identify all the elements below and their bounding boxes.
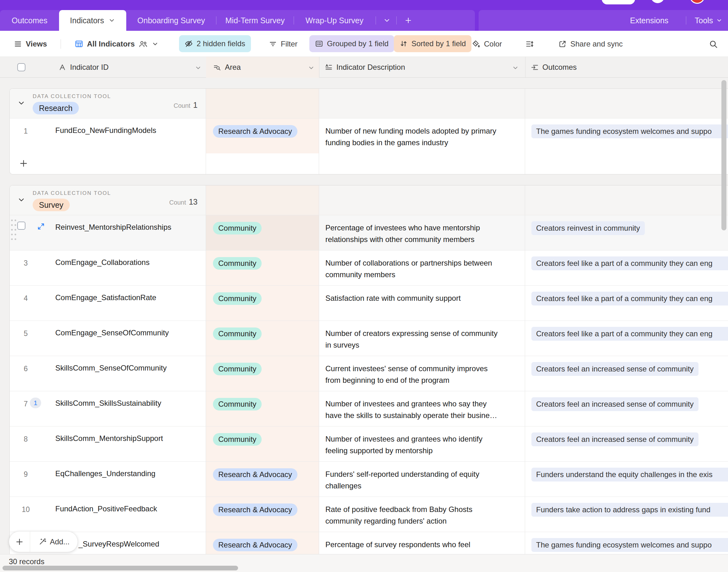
add-with-ai-button[interactable]: Add... <box>30 538 78 546</box>
cell-indicator-description[interactable]: Funders' self-reported understanding of … <box>319 462 525 497</box>
cell-outcomes[interactable]: The games funding ecosystem welcomes and… <box>525 119 728 153</box>
search-button[interactable] <box>709 31 718 57</box>
table-row[interactable]: 71 SkillsComm_SkillsSustainability Commu… <box>10 391 728 426</box>
table-row[interactable]: 8 SkillsComm_MentorshipSupport Community… <box>10 426 728 461</box>
comment-count-badge[interactable]: 1 <box>30 398 41 408</box>
table-row[interactable]: 9 EqChallenges_Understanding Research & … <box>10 461 728 497</box>
vertical-scrollbar[interactable] <box>721 80 726 230</box>
cell-indicator-description[interactable]: Number of investees and grantees who ide… <box>319 426 525 461</box>
column-header-indicator-id[interactable]: Indicator ID <box>59 57 109 78</box>
cell-indicator-id[interactable]: 1 FundEco_NewFundingModels <box>10 119 206 153</box>
table-row[interactable]: Reinvest_MentorshipRelationships Communi… <box>10 215 728 250</box>
cell-outcomes[interactable]: Creators feel like a part of a community… <box>525 251 728 285</box>
cell-indicator-description[interactable]: Satisfaction rate with community support <box>319 286 525 320</box>
add-table-plus-icon[interactable] <box>400 10 417 31</box>
indicator-id-value: SkillsComm_SkillsSustainability <box>55 399 161 408</box>
plus-icon[interactable] <box>18 158 28 168</box>
cell-indicator-description[interactable]: Percentage of survey respondents who fee… <box>319 532 525 554</box>
cell-outcomes[interactable]: Funders understand the equity challenges… <box>525 462 728 497</box>
cell-indicator-id[interactable]: 6 SkillsComm_SenseOfCommunity <box>10 356 206 391</box>
tab-wrap-up-survey[interactable]: Wrap-Up Survey <box>294 10 375 31</box>
color-button[interactable]: Color <box>472 31 502 57</box>
tab-mid-term-survey[interactable]: Mid-Term Survey <box>216 10 294 31</box>
cell-outcomes[interactable]: Creators reinvest in community <box>525 215 728 250</box>
cell-area[interactable]: Community <box>206 215 319 250</box>
tab-indicators[interactable]: Indicators <box>59 10 126 31</box>
cell-area[interactable]: Research & Advocacy <box>206 119 319 153</box>
horizontal-scrollbar[interactable] <box>3 566 238 570</box>
row-checkbox[interactable] <box>17 222 25 230</box>
cell-area[interactable]: Community <box>206 251 319 285</box>
cell-indicator-id[interactable]: 71 SkillsComm_SkillsSustainability <box>10 391 206 426</box>
view-switcher[interactable]: All Indicators <box>75 31 159 57</box>
cell-indicator-id[interactable]: 5 ComEngage_SenseOfCommunity <box>10 321 206 356</box>
group-icon <box>315 40 323 48</box>
drag-handle-icon[interactable] <box>10 218 17 241</box>
column-header-area[interactable]: Area <box>206 57 319 78</box>
add-row-in-group[interactable] <box>10 153 728 174</box>
expand-record-icon[interactable] <box>37 222 45 231</box>
avatar[interactable] <box>690 0 705 4</box>
tab-outcomes[interactable]: Outcomes <box>0 10 59 31</box>
topbar-button-sliver[interactable] <box>602 0 635 4</box>
grouped-button[interactable]: Grouped by 1 field <box>309 35 394 52</box>
cell-outcomes[interactable]: Creators feel like a part of a community… <box>525 286 728 320</box>
add-record-button[interactable] <box>9 537 30 547</box>
tab-onboarding-survey[interactable]: Onboarding Survey <box>126 10 216 31</box>
row-height-button[interactable] <box>525 31 534 57</box>
cell-indicator-id[interactable]: 3 ComEngage_Collaborations <box>10 251 206 285</box>
collapse-group-chevron-icon[interactable] <box>17 99 25 107</box>
cell-outcomes[interactable]: Creators feel an increased sense of comm… <box>525 426 728 461</box>
chevron-down-icon[interactable] <box>512 64 519 71</box>
cell-indicator-id[interactable]: 9 EqChallenges_Understanding <box>10 462 206 497</box>
cell-indicator-description[interactable]: Number of collaborations or partnerships… <box>319 251 525 285</box>
sorted-button[interactable]: Sorted by 1 field <box>394 35 471 52</box>
cell-area[interactable]: Community <box>206 391 319 426</box>
cell-outcomes[interactable]: Creators feel an increased sense of comm… <box>525 391 728 426</box>
table-row[interactable]: 1 FundEco_NewFundingModels Research & Ad… <box>10 118 728 153</box>
cell-indicator-description[interactable]: Percentage of investees who have mentors… <box>319 215 525 250</box>
cell-indicator-description[interactable]: Number of investees and grantees who say… <box>319 391 525 426</box>
cell-indicator-id[interactable]: 10 FundAction_PositiveFeedback <box>10 497 206 532</box>
filter-button[interactable]: Filter <box>269 31 298 57</box>
tools-button[interactable]: Tools <box>695 10 722 31</box>
cell-indicator-id[interactable]: 8 SkillsComm_MentorshipSupport <box>10 426 206 461</box>
help-circle-sliver[interactable] <box>651 0 664 3</box>
chevron-down-icon[interactable] <box>308 64 315 71</box>
table-row[interactable]: _SurveyRespWelcomed Research & Advocacy … <box>10 532 728 554</box>
collapse-group-chevron-icon[interactable] <box>17 196 25 204</box>
hidden-fields-button[interactable]: 2 hidden fields <box>179 35 251 52</box>
cell-indicator-description[interactable]: Number of new funding models adopted by … <box>319 119 525 153</box>
cell-indicator-id[interactable]: Reinvest_MentorshipRelationships <box>10 215 206 250</box>
column-header-outcomes[interactable]: Outcomes <box>531 57 577 78</box>
select-all-checkbox[interactable] <box>17 57 25 78</box>
cell-area[interactable]: Research & Advocacy <box>206 497 319 532</box>
cell-area[interactable]: Community <box>206 356 319 391</box>
indicator-description-value: Number of creators expressing sense of c… <box>319 321 525 351</box>
cell-outcomes[interactable]: The games funding ecosystem welcomes and… <box>525 532 728 554</box>
cell-indicator-description[interactable]: Rate of positive feedback from Baby Ghos… <box>319 497 525 532</box>
chevron-down-icon[interactable] <box>195 64 201 71</box>
cell-area[interactable]: Research & Advocacy <box>206 462 319 497</box>
cell-outcomes[interactable]: Creators feel like a part of a community… <box>525 321 728 356</box>
cell-indicator-id[interactable]: 4 ComEngage_SatisfactionRate <box>10 286 206 320</box>
cell-indicator-description[interactable]: Number of creators expressing sense of c… <box>319 321 525 356</box>
extensions-button[interactable]: Extensions <box>630 10 668 31</box>
share-and-sync-button[interactable]: Share and sync <box>558 31 623 57</box>
cell-indicator-description[interactable]: Current investees' sense of community im… <box>319 356 525 391</box>
cell-area[interactable]: Community <box>206 426 319 461</box>
cell-area[interactable]: Community <box>206 321 319 356</box>
views-button[interactable]: Views <box>14 31 47 57</box>
table-row[interactable]: 4 ComEngage_SatisfactionRate Community S… <box>10 285 728 320</box>
outcome-linked-record-pill: Creators feel an increased sense of comm… <box>532 432 699 446</box>
cell-area[interactable]: Community <box>206 286 319 320</box>
table-row[interactable]: 5 ComEngage_SenseOfCommunity Community N… <box>10 320 728 356</box>
column-header-indicator-description[interactable]: Indicator Description <box>325 57 405 78</box>
table-row[interactable]: 6 SkillsComm_SenseOfCommunity Community … <box>10 356 728 391</box>
table-row[interactable]: 10 FundAction_PositiveFeedback Research … <box>10 497 728 532</box>
cell-outcomes[interactable]: Funders take action to address gaps in e… <box>525 497 728 532</box>
cell-area[interactable]: Research & Advocacy <box>206 532 319 554</box>
cell-outcomes[interactable]: Creators feel an increased sense of comm… <box>525 356 728 391</box>
more-tabs-chevron-icon[interactable] <box>379 10 395 31</box>
table-row[interactable]: 3 ComEngage_Collaborations Community Num… <box>10 250 728 285</box>
